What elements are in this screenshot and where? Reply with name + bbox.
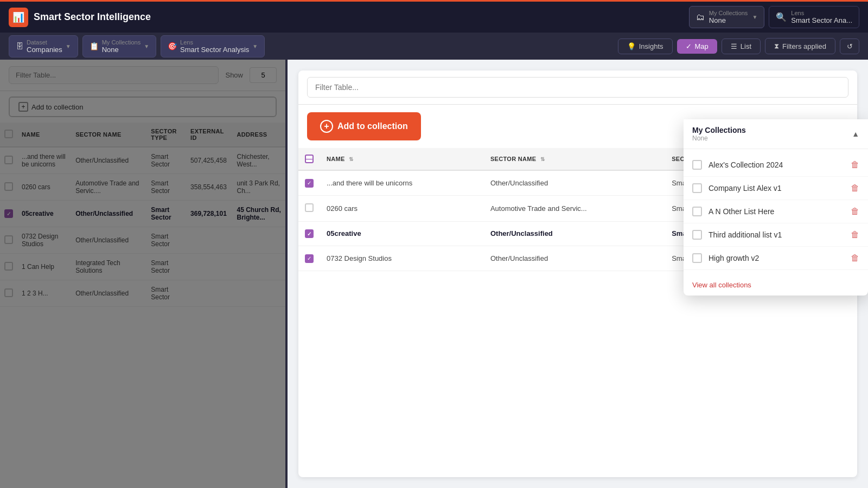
database-icon: 🗄	[16, 42, 23, 50]
collection-name: Alex's Collection 2024	[709, 160, 844, 169]
filters-button[interactable]: ⧗ Filters applied	[765, 38, 835, 54]
cell-sector-name: Other/Unclassified	[484, 170, 665, 195]
collection-item[interactable]: Alex's Collection 2024 🗑	[684, 153, 868, 177]
collections-dropdown-title: My Collections None	[692, 126, 746, 142]
mycollections-nav-button[interactable]: 🗂 My Collections None ▼	[689, 6, 764, 28]
list-button[interactable]: ☰ List	[722, 38, 761, 54]
collection-name: Third additional list v1	[709, 230, 844, 239]
delete-collection-icon[interactable]: 🗑	[851, 160, 859, 170]
collections-title: My Collections	[692, 126, 746, 134]
delete-collection-icon[interactable]: 🗑	[851, 230, 859, 240]
cell-name: 05creative	[320, 221, 484, 246]
collection-checkbox[interactable]	[692, 183, 702, 193]
row-checkbox[interactable]	[305, 203, 314, 212]
lens-nav-button[interactable]: 🔍 Lens Smart Sector Ana...	[769, 6, 859, 28]
dataset-label: Dataset	[27, 39, 62, 46]
subbar: 🗄 Dataset Companies ▼ 📋 My Collections N…	[0, 33, 868, 60]
list-icon: ☰	[731, 42, 737, 50]
insights-label: Insights	[639, 42, 663, 50]
cell-sector-name: Automotive Trade and Servic...	[484, 195, 665, 221]
chevron-up-icon: ▲	[852, 130, 859, 138]
delete-collection-icon[interactable]: 🗑	[851, 207, 859, 216]
main-area: Show + Add to collection NAME SECTOR NAM…	[0, 60, 868, 488]
cell-name: 0732 Design Studios	[320, 246, 484, 271]
collection-checkbox[interactable]	[692, 253, 702, 263]
collection-checkbox[interactable]	[692, 207, 702, 216]
lens-value: Smart Sector Ana...	[791, 16, 852, 24]
collections-icon: 🗂	[696, 12, 705, 22]
collections-subtitle: None	[692, 134, 746, 142]
nav-right-area: 🗂 My Collections None ▼ 🔍 Lens Smart Sec…	[689, 6, 859, 28]
partial-select-checkbox[interactable]: —	[305, 155, 314, 163]
dataset-selector[interactable]: 🗄 Dataset Companies ▼	[9, 35, 78, 57]
add-collection-large-label: Add to collection	[337, 121, 408, 131]
map-label: Map	[695, 42, 709, 50]
collections-value: None	[102, 46, 119, 54]
collection-item[interactable]: Company List Alex v1 🗑	[684, 177, 868, 200]
chevron-down-icon: ▼	[252, 43, 258, 49]
mycollections-value: None	[709, 16, 748, 24]
app-logo: 📊 Smart Sector Intelligence	[9, 8, 151, 27]
collection-item[interactable]: Third additional list v1 🗑	[684, 223, 868, 247]
filter-icon: ⧗	[774, 42, 779, 50]
collection-name: A N Other List Here	[709, 207, 844, 216]
lens-icon: 🎯	[168, 42, 177, 50]
lens-selector[interactable]: 🎯 Lens Smart Sector Analysis ▼	[161, 35, 265, 57]
lens-value: Smart Sector Analysis	[180, 46, 249, 54]
collection-checkbox[interactable]	[692, 160, 702, 170]
cell-sector-name: Other/Unclassified	[484, 221, 665, 246]
row-checkbox[interactable]: ✓	[305, 179, 314, 188]
lens-icon: 🔍	[776, 12, 787, 22]
lens-label: Lens	[180, 39, 249, 46]
logo-icon: 📊	[9, 8, 28, 27]
left-panel: Show + Add to collection NAME SECTOR NAM…	[0, 60, 288, 488]
expanded-col-name: NAME ⇅	[320, 148, 484, 170]
expanded-select-all[interactable]: —	[298, 148, 320, 170]
insights-button[interactable]: 💡 Insights	[618, 38, 673, 54]
expanded-controls	[298, 70, 857, 105]
app-title: Smart Sector Intelligence	[34, 11, 151, 23]
dark-overlay	[0, 60, 285, 488]
collection-item[interactable]: High growth v2 🗑	[684, 247, 868, 270]
collections-label: My Collections	[102, 39, 141, 46]
delete-collection-icon[interactable]: 🗑	[851, 253, 859, 263]
map-button[interactable]: ✓ Map	[677, 39, 717, 54]
topbar: 📊 Smart Sector Intelligence 🗂 My Collect…	[0, 0, 868, 33]
delete-collection-icon[interactable]: 🗑	[851, 183, 859, 193]
plus-circle-icon: +	[320, 120, 333, 133]
view-all-collections-link[interactable]: View all collections	[684, 274, 868, 296]
lens-label: Lens	[791, 10, 852, 16]
collections-dropdown-header: My Collections None ▲	[684, 119, 868, 149]
cell-name: 0260 cars	[320, 195, 484, 221]
check-icon: ✓	[686, 42, 692, 50]
collection-name: High growth v2	[709, 254, 844, 262]
filter-expanded-input[interactable]	[307, 77, 848, 98]
insights-icon: 💡	[627, 42, 636, 50]
add-collection-large-button[interactable]: + Add to collection	[307, 112, 421, 140]
list-label: List	[741, 42, 751, 50]
dataset-value: Companies	[27, 46, 62, 54]
mycollections-label: My Collections	[709, 10, 748, 16]
row-checkbox[interactable]: ✓	[305, 254, 314, 263]
collections-selector[interactable]: 📋 My Collections None ▼	[82, 35, 156, 57]
collection-item[interactable]: A N Other List Here 🗑	[684, 200, 868, 223]
chevron-down-icon: ▼	[66, 43, 71, 49]
collection-checkbox[interactable]	[692, 230, 702, 240]
collections-list: Alex's Collection 2024 🗑 Company List Al…	[684, 149, 868, 274]
chevron-down-icon: ▼	[144, 43, 149, 49]
expanded-col-sector-name: SECTOR NAME ⇅	[484, 148, 665, 170]
reset-icon: ↺	[847, 42, 853, 50]
row-checkbox[interactable]: ✓	[305, 229, 314, 238]
reset-button[interactable]: ↺	[840, 38, 859, 54]
collection-name: Company List Alex v1	[709, 184, 844, 192]
filters-label: Filters applied	[782, 42, 826, 50]
cell-name: ...and there will be unicorns	[320, 170, 484, 195]
chevron-down-icon: ▼	[752, 14, 757, 20]
cell-sector-name: Other/Unclassified	[484, 246, 665, 271]
top-right-collections-dropdown: My Collections None ▲ Alex's Collection …	[684, 119, 868, 296]
collections-icon: 📋	[90, 42, 99, 50]
